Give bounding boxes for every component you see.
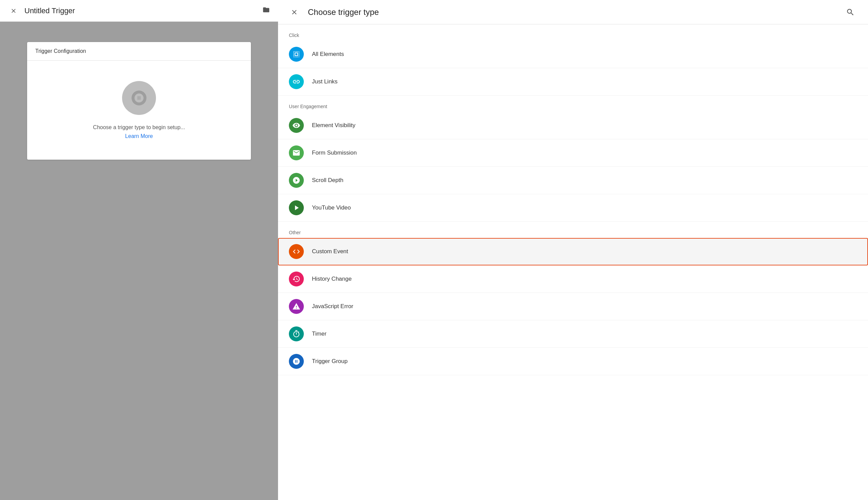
- custom-event-icon: [289, 244, 304, 259]
- trigger-group-label: Trigger Group: [312, 358, 348, 365]
- youtube-video-label: YouTube Video: [312, 204, 351, 211]
- trigger-item-just-links[interactable]: Just Links: [278, 68, 868, 95]
- custom-event-label: Custom Event: [312, 248, 348, 255]
- right-header: Choose trigger type: [278, 0, 868, 24]
- left-panel: Untitled Trigger Trigger Configuration C…: [0, 0, 278, 500]
- trigger-item-trigger-group[interactable]: Trigger Group: [278, 348, 868, 375]
- close-button-right[interactable]: [289, 7, 300, 18]
- javascript-error-label: JavaScript Error: [312, 303, 353, 310]
- youtube-video-icon: [289, 200, 304, 215]
- scroll-depth-icon: [289, 173, 304, 188]
- just-links-icon: [289, 74, 304, 89]
- just-links-label: Just Links: [312, 78, 338, 85]
- trigger-group-icon: [289, 354, 304, 369]
- close-button-left[interactable]: [8, 5, 19, 16]
- trigger-config-header: Trigger Configuration: [27, 42, 251, 61]
- element-visibility-label: Element Visibility: [312, 122, 355, 129]
- timer-icon: [289, 327, 304, 341]
- history-change-icon: [289, 272, 304, 286]
- trigger-item-youtube-video[interactable]: YouTube Video: [278, 194, 868, 222]
- right-panel: Choose trigger type Click All Elements: [278, 0, 868, 500]
- all-elements-label: All Elements: [312, 51, 344, 58]
- trigger-icon-inner: [132, 91, 146, 105]
- history-change-label: History Change: [312, 276, 352, 282]
- trigger-placeholder-icon: [122, 81, 156, 115]
- trigger-item-scroll-depth[interactable]: Scroll Depth: [278, 167, 868, 194]
- section-label-other: Other: [278, 222, 868, 238]
- trigger-item-javascript-error[interactable]: JavaScript Error: [278, 293, 868, 320]
- form-submission-icon: [289, 145, 304, 160]
- search-button[interactable]: [844, 5, 857, 19]
- trigger-item-form-submission[interactable]: Form Submission: [278, 139, 868, 167]
- choose-trigger-text: Choose a trigger type to begin setup...: [93, 124, 185, 130]
- section-label-click: Click: [278, 24, 868, 41]
- trigger-config-body: Choose a trigger type to begin setup... …: [27, 61, 251, 160]
- trigger-item-all-elements[interactable]: All Elements: [278, 41, 868, 68]
- timer-label: Timer: [312, 330, 327, 337]
- all-elements-icon: [289, 47, 304, 62]
- trigger-type-list: Click All Elements Just Links User Engag…: [278, 24, 868, 500]
- page-title: Untitled Trigger: [24, 7, 257, 15]
- learn-more-link[interactable]: Learn More: [125, 133, 153, 139]
- scroll-depth-label: Scroll Depth: [312, 177, 343, 184]
- javascript-error-icon: [289, 299, 304, 314]
- element-visibility-icon: [289, 118, 304, 133]
- form-submission-label: Form Submission: [312, 149, 357, 156]
- trigger-config-card: Trigger Configuration Choose a trigger t…: [27, 42, 251, 160]
- left-header: Untitled Trigger: [0, 0, 278, 22]
- trigger-item-custom-event[interactable]: Custom Event: [278, 238, 868, 265]
- trigger-item-element-visibility[interactable]: Element Visibility: [278, 112, 868, 139]
- folder-icon[interactable]: [262, 6, 270, 15]
- trigger-item-history-change[interactable]: History Change: [278, 265, 868, 293]
- section-label-user-engagement: User Engagement: [278, 95, 868, 112]
- trigger-item-timer[interactable]: Timer: [278, 320, 868, 348]
- panel-title: Choose trigger type: [308, 8, 844, 17]
